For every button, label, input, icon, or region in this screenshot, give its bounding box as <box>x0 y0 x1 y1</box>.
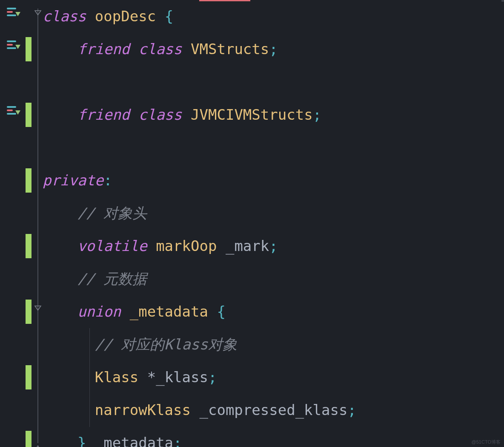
code-line[interactable]: Klass *_klass; <box>43 361 504 394</box>
code-line[interactable]: // 对应的Klass对象 <box>43 328 504 361</box>
code-token-identifier <box>43 106 77 123</box>
code-token-identifier <box>43 434 77 447</box>
watermark: @51CTO博客 <box>472 439 501 445</box>
code-line[interactable]: friend class JVMCIVMStructs; <box>43 98 504 131</box>
code-line[interactable] <box>43 66 504 98</box>
code-token-operator: * <box>147 369 156 386</box>
code-token-identifier <box>86 8 94 25</box>
fold-handle[interactable] <box>34 298 42 306</box>
implementation-icon[interactable] <box>6 6 21 18</box>
svg-rect-4 <box>7 44 13 46</box>
fold-close-icon[interactable] <box>34 444 42 447</box>
code-token-identifier <box>130 106 138 123</box>
code-token-identifier <box>43 40 77 58</box>
fold-line <box>37 9 38 443</box>
code-token-keyword: volatile <box>77 237 147 254</box>
code-line[interactable]: } _metadata; <box>43 427 504 447</box>
code-token-keyword: class <box>138 40 182 58</box>
code-line[interactable]: class oopDesc { <box>43 0 504 33</box>
code-token-identifier <box>121 303 129 320</box>
vcs-change-marker[interactable] <box>26 37 32 61</box>
code-token-keyword: friend <box>77 40 130 58</box>
code-token-type: VMStructs <box>191 40 269 58</box>
code-token-identifier <box>130 40 138 58</box>
code-token-comment: // 对象头 <box>77 205 147 222</box>
code-token-identifier <box>182 40 191 58</box>
code-token-type: JVMCIVMStructs <box>191 106 313 123</box>
code-token-identifier <box>43 336 95 353</box>
editor-gutter <box>0 0 43 447</box>
code-token-keyword: class <box>43 8 86 25</box>
code-line[interactable]: union _metadata { <box>43 295 504 328</box>
vcs-change-marker[interactable] <box>26 234 32 258</box>
code-token-type: Klass <box>95 369 138 386</box>
vcs-change-marker[interactable] <box>26 365 32 389</box>
code-token-identifier <box>156 8 164 25</box>
implementation-icon[interactable] <box>6 39 21 51</box>
code-token-comment: // 元数据 <box>77 270 147 287</box>
code-token-brace: : <box>103 172 112 189</box>
code-token-type: markOop <box>156 237 217 254</box>
code-editor[interactable]: class oopDesc { friend class VMStructs; … <box>0 0 504 447</box>
code-line[interactable] <box>43 131 504 164</box>
code-token-comment: // 对应的 <box>95 336 164 353</box>
code-token-brace: { <box>217 303 225 320</box>
vcs-marker-area <box>26 0 32 447</box>
svg-rect-3 <box>7 40 16 42</box>
vcs-change-marker[interactable] <box>26 431 32 447</box>
svg-rect-5 <box>7 47 16 49</box>
code-token-identifier: _mark <box>226 237 269 254</box>
code-token-identifier <box>43 401 95 418</box>
minimap-indicator <box>501 0 504 2</box>
code-token-identifier <box>217 237 225 254</box>
code-token-brace: ; <box>173 434 182 447</box>
code-token-keyword: friend <box>77 106 130 123</box>
code-line[interactable]: narrowKlass _compressed_klass; <box>43 394 504 427</box>
svg-rect-0 <box>7 8 16 9</box>
code-token-identifier: _metadata <box>95 434 173 447</box>
code-area[interactable]: class oopDesc { friend class VMStructs; … <box>43 0 504 447</box>
svg-rect-7 <box>7 110 13 111</box>
svg-rect-8 <box>7 113 16 115</box>
code-token-keyword: private <box>43 172 103 189</box>
code-token-brace: { <box>165 8 173 25</box>
fold-handle-icon[interactable] <box>34 9 42 16</box>
gutter-icon[interactable] <box>5 102 22 119</box>
svg-rect-1 <box>7 11 13 13</box>
indent-guide <box>89 328 90 427</box>
code-token-keyword: union <box>77 303 121 320</box>
code-token-brace: ; <box>269 40 278 58</box>
fold-handle-icon[interactable] <box>34 304 42 311</box>
fold-handle[interactable] <box>34 3 42 10</box>
code-line[interactable]: private: <box>43 164 504 197</box>
code-token-keyword: class <box>138 106 182 123</box>
vcs-change-marker[interactable] <box>26 300 32 324</box>
vcs-change-marker[interactable] <box>26 103 32 127</box>
code-token-identifier: _compressed_klass <box>199 401 347 418</box>
code-token-type: oopDesc <box>95 8 156 25</box>
code-token-identifier <box>43 270 77 287</box>
svg-rect-6 <box>7 106 16 108</box>
code-line[interactable]: friend class VMStructs; <box>43 33 504 66</box>
code-token-brace: ; <box>269 237 278 254</box>
gutter-icon[interactable] <box>5 3 22 20</box>
code-token-brace: ; <box>347 401 356 418</box>
code-line[interactable]: // 元数据 <box>43 262 504 295</box>
code-line[interactable]: volatile markOop _mark; <box>43 230 504 262</box>
code-token-identifier <box>138 369 147 386</box>
fold-handle[interactable] <box>34 438 42 446</box>
gutter-icon[interactable] <box>5 36 22 53</box>
vcs-change-marker[interactable] <box>26 168 32 193</box>
code-token-identifier <box>208 303 217 320</box>
code-token-identifier <box>43 303 77 320</box>
code-token-comment: 对象 <box>208 336 237 353</box>
code-token-identifier <box>147 237 156 254</box>
code-token-brace: ; <box>313 106 321 123</box>
implementation-icon[interactable] <box>6 104 21 116</box>
svg-rect-2 <box>7 14 16 16</box>
code-line[interactable]: // 对象头 <box>43 197 504 230</box>
code-token-identifier <box>43 237 77 254</box>
code-token-type: narrowKlass <box>95 401 191 418</box>
code-token-identifier <box>43 205 77 222</box>
code-token-brace: } <box>77 434 86 447</box>
